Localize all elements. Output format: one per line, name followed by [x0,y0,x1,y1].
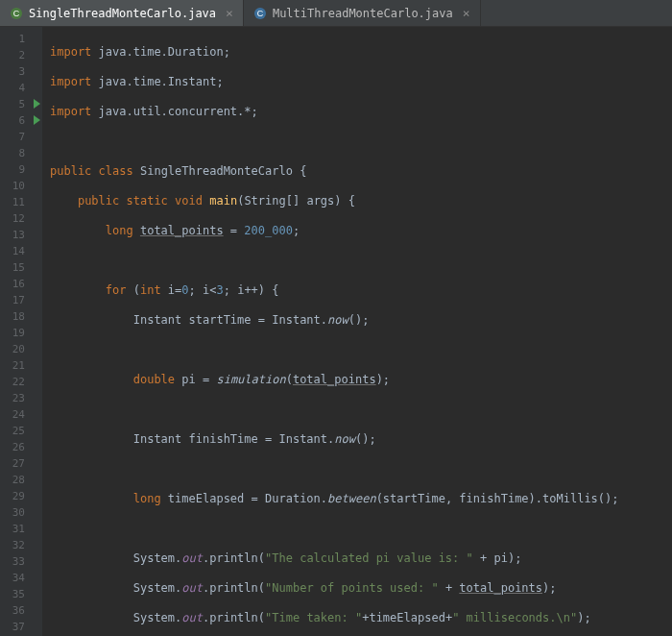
line-number: 14 [0,243,42,259]
line-number: 35 [0,586,42,602]
code-area[interactable]: import java.time.Duration; import java.t… [42,27,672,636]
run-gutter-icon[interactable] [34,115,40,125]
line-number: 22 [0,374,42,390]
line-number: 5 [0,96,42,112]
line-number: 34 [0,570,42,586]
line-number: 29 [0,488,42,504]
close-icon[interactable]: × [463,7,470,19]
line-number: 9 [0,161,42,178]
code-editor[interactable]: 1234567891011121314151617181920212223242… [0,27,672,636]
line-number: 2 [0,47,42,63]
line-number: 7 [0,129,42,145]
line-number: 28 [0,472,42,488]
line-number: 32 [0,537,42,553]
line-number: 12 [0,210,42,227]
close-icon[interactable]: × [226,7,233,19]
tab-multithread[interactable]: C MultiThreadMonteCarlo.java × [244,0,481,26]
svg-text:C: C [257,9,264,18]
line-number: 11 [0,194,42,210]
line-number: 33 [0,553,42,570]
line-number: 3 [0,63,42,80]
line-number: 15 [0,259,42,276]
svg-text:C: C [13,9,20,18]
line-number: 17 [0,292,42,308]
line-number: 10 [0,178,42,194]
line-number: 37 [0,619,42,635]
tab-label: MultiThreadMonteCarlo.java [273,7,453,20]
line-number: 16 [0,276,42,292]
run-gutter-icon[interactable] [34,99,40,109]
java-class-icon: C [10,7,23,20]
line-number: 26 [0,439,42,455]
line-number: 25 [0,423,42,439]
line-number: 24 [0,406,42,423]
line-number: 36 [0,602,42,619]
line-number: 31 [0,521,42,537]
line-number: 19 [0,325,42,341]
tab-label: SingleThreadMonteCarlo.java [29,7,216,20]
line-number: 6 [0,112,42,129]
line-number: 21 [0,357,42,374]
line-number-gutter: 1234567891011121314151617181920212223242… [0,27,42,636]
tab-singlethread[interactable]: C SingleThreadMonteCarlo.java × [0,0,244,26]
line-number: 13 [0,227,42,243]
line-number: 8 [0,145,42,161]
line-number: 20 [0,341,42,357]
editor-tabs: C SingleThreadMonteCarlo.java × C MultiT… [0,0,672,27]
line-number: 27 [0,455,42,472]
line-number: 30 [0,504,42,521]
line-number: 4 [0,80,42,96]
line-number: 23 [0,390,42,406]
java-class-icon: C [253,7,267,20]
line-number: 1 [0,31,42,47]
line-number: 18 [0,308,42,325]
